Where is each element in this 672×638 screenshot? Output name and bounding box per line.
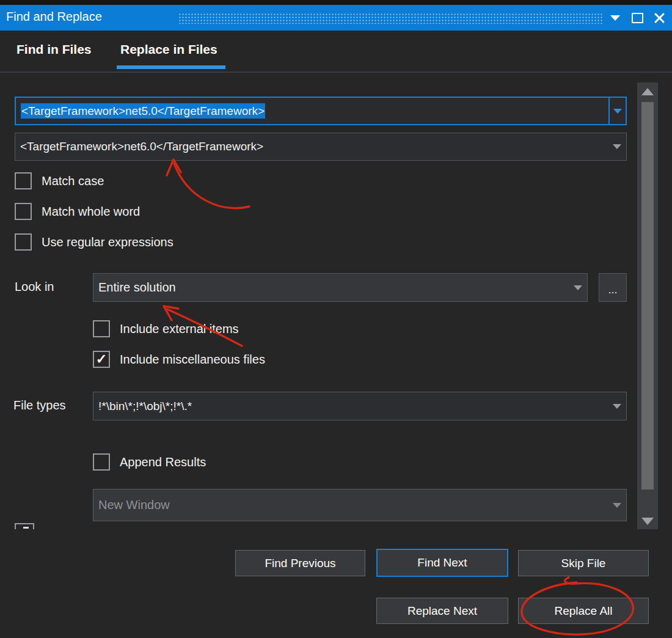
dropdown-arrow-icon: [574, 285, 582, 290]
append-results-label[interactable]: Append Results: [120, 455, 206, 469]
scroll-up-arrow-icon[interactable]: [641, 88, 654, 95]
window-position-menu-button[interactable]: [606, 9, 624, 27]
tab-replace-in-files[interactable]: Replace in Files: [120, 42, 217, 57]
replace-next-button[interactable]: Replace Next: [376, 598, 508, 624]
annotation-arrow-replace-field: [174, 164, 249, 208]
browse-button[interactable]: ...: [599, 273, 627, 302]
drag-grip-dots[interactable]: [178, 13, 602, 24]
maximize-button[interactable]: [628, 9, 646, 27]
include-miscellaneous-files-checkbox[interactable]: ✓: [93, 351, 110, 368]
caret-down-icon: [610, 15, 620, 21]
find-next-button[interactable]: Find Next: [376, 549, 508, 577]
use-regex-checkbox[interactable]: [15, 233, 32, 251]
search-dropdown-button[interactable]: [608, 98, 626, 124]
replace-input[interactable]: <TargetFramework>net6.0</TargetFramework…: [15, 133, 627, 161]
results-window-dropdown-button: [608, 490, 626, 521]
window-title: Find and Replace: [6, 10, 102, 24]
file-types-dropdown-button[interactable]: [608, 392, 626, 420]
look-in-select[interactable]: Entire solution: [93, 273, 588, 302]
dropdown-arrow-icon: [613, 404, 621, 409]
match-whole-word-label[interactable]: Match whole word: [42, 205, 140, 219]
include-external-items-label[interactable]: Include external items: [120, 322, 239, 336]
file-types-select[interactable]: !*\bin\*;!*\obj\*;!*\.*: [93, 392, 627, 420]
scrollbar-thumb[interactable]: [641, 102, 654, 490]
close-button[interactable]: [650, 9, 668, 27]
match-case-label[interactable]: Match case: [42, 174, 104, 188]
clipped-checkbox-mark: [23, 527, 29, 529]
scroll-down-arrow-icon[interactable]: [641, 518, 654, 525]
close-icon: [654, 12, 665, 23]
dropdown-arrow-icon: [613, 503, 621, 508]
check-icon: ✓: [96, 351, 107, 367]
look-in-label: Look in: [15, 280, 54, 294]
search-input[interactable]: <TargetFramework>net5.0</TargetFramework…: [15, 97, 627, 125]
match-case-checkbox[interactable]: [15, 172, 32, 189]
use-regex-label[interactable]: Use regular expressions: [42, 235, 173, 249]
replace-text: <TargetFramework>net6.0</TargetFramework…: [15, 140, 263, 153]
include-external-items-checkbox[interactable]: [93, 320, 110, 337]
tab-separator: [0, 72, 672, 73]
vertical-scrollbar[interactable]: [637, 82, 658, 529]
results-window-value: New Window: [93, 498, 170, 512]
results-window-select[interactable]: New Window: [93, 489, 627, 521]
match-whole-word-checkbox[interactable]: [15, 203, 32, 220]
top-strip: [0, 0, 672, 5]
title-bar[interactable]: Find and Replace: [0, 5, 672, 31]
include-miscellaneous-files-label[interactable]: Include miscellaneous files: [120, 353, 265, 367]
find-previous-button[interactable]: Find Previous: [235, 550, 365, 576]
maximize-icon: [632, 13, 643, 23]
tab-find-in-files[interactable]: Find in Files: [16, 42, 92, 57]
active-tab-underline: [117, 65, 225, 69]
clipped-checkbox[interactable]: [15, 523, 34, 529]
look-in-dropdown-button[interactable]: [569, 274, 587, 301]
dropdown-arrow-icon: [613, 144, 621, 149]
find-and-replace-dialog: Find and Replace Find in Files Replace i…: [0, 0, 672, 638]
file-types-value: !*\bin\*;!*\obj\*;!*\.*: [93, 400, 192, 413]
annotation-arrowhead-look-in: [164, 306, 178, 320]
search-text-selected: <TargetFramework>net5.0</TargetFramework…: [21, 103, 265, 119]
annotation-arrowhead-replace-field: [167, 160, 181, 175]
append-results-checkbox[interactable]: [93, 453, 110, 471]
red-annotations-overlay: [0, 0, 672, 638]
dropdown-arrow-icon: [613, 109, 622, 114]
file-types-label: File types: [13, 398, 66, 413]
look-in-value: Entire solution: [93, 280, 176, 295]
replace-dropdown-button[interactable]: [608, 133, 626, 160]
skip-file-button[interactable]: Skip File: [518, 550, 649, 576]
replace-all-button[interactable]: Replace All: [518, 598, 649, 624]
